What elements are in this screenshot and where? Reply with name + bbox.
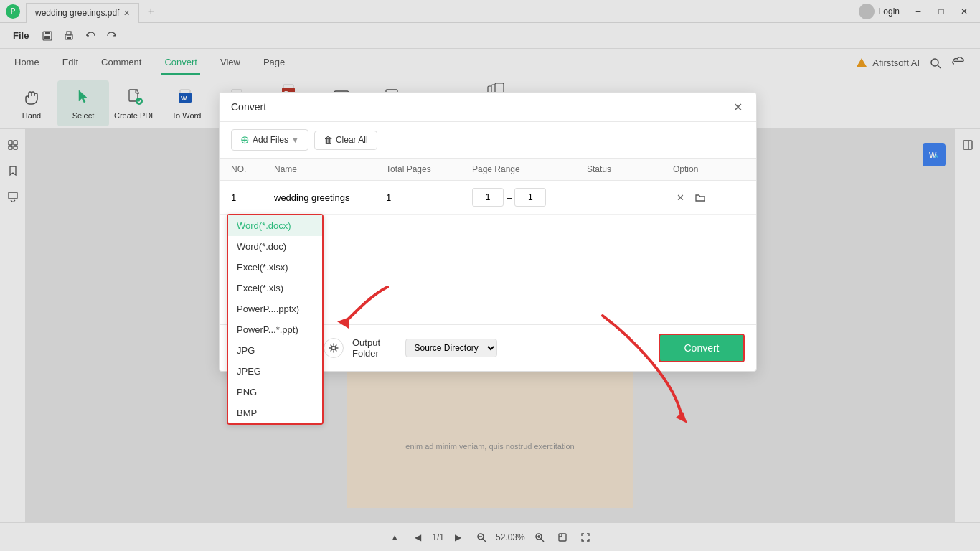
col-no: NO. <box>231 164 274 174</box>
dropdown-item-docx[interactable]: Word(*.docx) <box>228 215 322 236</box>
table-header: NO. Name Total Pages Page Range Status O… <box>220 159 756 181</box>
row-name: wedding greetings <box>274 192 386 203</box>
format-dropdown: Word(*.docx) Word(*.doc) Excel(*.xlsx) E… <box>227 214 324 425</box>
output-folder-wrap: Output Folder Source Directory Custom Fo… <box>352 337 497 359</box>
settings-icon[interactable] <box>324 338 344 358</box>
row-options: ✕ <box>673 190 745 204</box>
dropdown-item-xlsx[interactable]: Excel(*.xlsx) <box>228 257 322 278</box>
dropdown-item-pptx[interactable]: PowerP....pptx) <box>228 298 322 319</box>
row-no: 1 <box>231 192 274 203</box>
dialog-close-button[interactable]: ✕ <box>730 100 745 114</box>
output-folder-label: Output Folder <box>352 337 400 359</box>
convert-button[interactable]: Convert <box>659 334 745 362</box>
row-total-pages: 1 <box>386 192 472 203</box>
delete-row-button[interactable]: ✕ <box>673 190 687 204</box>
dropdown-item-jpg[interactable]: JPG <box>228 340 322 361</box>
col-page-range: Page Range <box>472 164 587 174</box>
col-total-pages: Total Pages <box>386 164 472 174</box>
dropdown-item-ppt[interactable]: PowerP...*.ppt) <box>228 319 322 340</box>
dropdown-item-xls[interactable]: Excel(*.xls) <box>228 278 322 298</box>
page-range-to[interactable] <box>514 188 546 207</box>
output-select[interactable]: Source Directory Custom Folder <box>405 339 497 357</box>
dropdown-item-bmp[interactable]: BMP <box>228 402 322 423</box>
dropdown-item-jpeg[interactable]: JPEG <box>228 361 322 382</box>
col-option: Option <box>673 164 745 174</box>
dropdown-item-png[interactable]: PNG <box>228 382 322 402</box>
col-status: Status <box>587 164 673 174</box>
page-range: – <box>472 188 587 207</box>
clear-all-label: Clear All <box>336 135 368 145</box>
dialog-title: Convert <box>231 101 266 113</box>
add-files-button[interactable]: ⊕ Add Files ▼ <box>231 129 308 151</box>
dialog-header: Convert ✕ <box>220 93 756 122</box>
page-range-from[interactable] <box>472 188 504 207</box>
svg-point-48 <box>332 347 336 350</box>
dialog-toolbar: ⊕ Add Files ▼ 🗑 Clear All <box>220 122 756 159</box>
dropdown-item-doc[interactable]: Word(*.doc) <box>228 236 322 257</box>
folder-row-button[interactable] <box>693 190 707 204</box>
col-name: Name <box>274 164 386 174</box>
clear-all-button[interactable]: 🗑 Clear All <box>314 131 377 150</box>
add-files-label: Add Files <box>253 135 288 145</box>
table-row: 1 wedding greetings 1 – ✕ <box>220 181 756 215</box>
